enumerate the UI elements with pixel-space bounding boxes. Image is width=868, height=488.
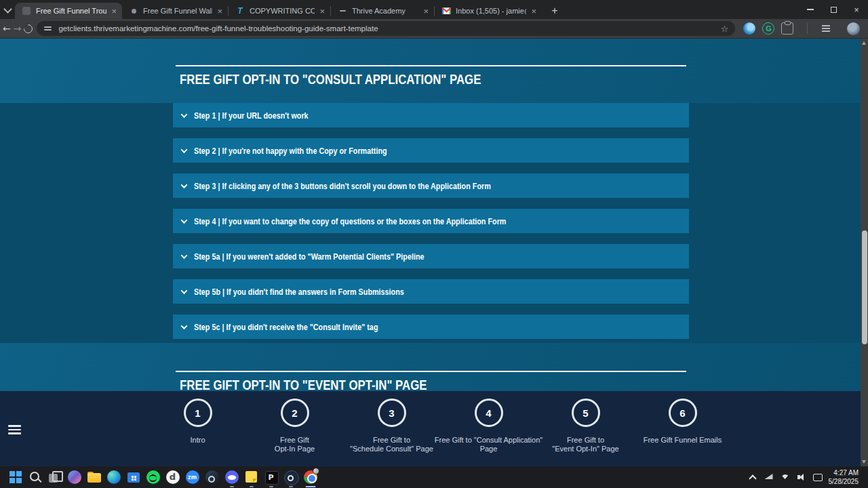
taskbar-apps <box>0 466 320 488</box>
stepper-circle[interactable]: 3 <box>378 399 406 427</box>
monitor-icon[interactable] <box>764 472 774 483</box>
accordion-step-1[interactable]: Step 1 | If your URL doesn't work <box>173 103 689 127</box>
accordion-label: Step 3 | If clicking any of the 3 button… <box>194 181 565 191</box>
thrive-favicon: T <box>235 6 245 16</box>
taskbar-clock[interactable]: 4:27 AM 5/28/2025 <box>829 468 865 486</box>
stepper-circle[interactable]: 6 <box>669 399 697 427</box>
tab-thrive-academy[interactable]: Thrive Academy × <box>331 3 434 19</box>
accordion-step-2[interactable]: Step 2 | If you're not happy with the Co… <box>173 138 689 163</box>
accordion-step-5a[interactable]: Step 5a | If you weren't added to "Warm … <box>173 244 689 268</box>
bookmark-star-icon[interactable]: ☆ <box>721 24 729 34</box>
chevron-down-icon <box>181 182 188 188</box>
paint-app-icon[interactable] <box>261 466 281 488</box>
chrome-icon[interactable] <box>300 466 320 488</box>
url-text[interactable]: getclients.thrivemarketingmachine.com/fr… <box>58 24 715 33</box>
stepper-circle[interactable]: 4 <box>475 399 503 427</box>
spotify-icon[interactable] <box>143 466 163 488</box>
windows-start-icon[interactable] <box>5 466 25 488</box>
tab-close-icon[interactable]: × <box>423 7 429 16</box>
stepper-circle[interactable]: 5 <box>572 399 600 427</box>
hamburger-menu-icon[interactable] <box>8 425 21 434</box>
chevron-down-icon <box>181 287 188 294</box>
tab-troubleshooting[interactable]: Free Gift Funnel Troubleshootin × <box>15 3 122 19</box>
volume-icon[interactable] <box>796 472 807 483</box>
grammarly-extension-icon[interactable]: G <box>762 22 774 35</box>
window-minimize-button[interactable] <box>799 0 822 19</box>
reading-list-icon[interactable] <box>821 22 833 35</box>
reload-button[interactable] <box>24 20 33 37</box>
tray-expand-icon[interactable] <box>747 472 758 483</box>
accordion-panel: Step 1 | If your URL doesn't work Step 2… <box>0 103 868 343</box>
discord-icon[interactable] <box>222 466 241 488</box>
tab-close-icon[interactable]: × <box>531 7 536 16</box>
accordion-label: Step 5a | If you weren't added to "Warm … <box>194 251 481 262</box>
accordion-step-5b[interactable]: Step 5b | If you didn't find the answers… <box>173 279 689 304</box>
gmail-favicon <box>441 6 451 16</box>
forward-button[interactable]: → <box>14 20 22 37</box>
stepper-items: 1 Intro 2 Free GiftOpt-In Page 3 Free Gi… <box>149 399 731 463</box>
page-scrollbar[interactable] <box>861 39 868 466</box>
section-divider-line <box>176 371 686 372</box>
tab-title: Free Gift Funnel Walkthrough D <box>143 7 212 15</box>
chevron-down-icon <box>181 146 188 153</box>
steam-icon[interactable] <box>202 466 222 488</box>
stepper-item-event-optin[interactable]: 5 Free Gift to"Event Opt-In" Page <box>537 399 634 463</box>
chevron-down-icon <box>181 111 188 118</box>
scrollbar-thumb[interactable] <box>862 230 867 344</box>
tab-close-icon[interactable]: × <box>111 7 117 16</box>
stepper-circle[interactable]: 1 <box>184 399 212 427</box>
wifi-icon[interactable] <box>780 472 791 483</box>
task-view-icon[interactable] <box>45 466 64 488</box>
page-content: FREE GIFT OPT-IN TO "CONSULT APPLICATION… <box>0 39 868 466</box>
moon-extension-icon[interactable] <box>743 22 755 35</box>
site-info-icon[interactable] <box>43 24 53 33</box>
zoom-app-icon[interactable] <box>182 466 202 488</box>
chevron-down-icon <box>181 252 188 259</box>
accordion-step-5c[interactable]: Step 5c | If you didn't receive the "Con… <box>173 314 689 339</box>
tab-copywriting[interactable]: T COPYWRITING COACHING | TH × <box>229 3 330 19</box>
accordion-label: Step 4 | If you want to change the copy … <box>194 216 585 226</box>
tab-favicon <box>338 6 347 16</box>
accordion-label: Step 2 | If you're not happy with the Co… <box>194 146 435 156</box>
edge-icon[interactable] <box>104 466 123 488</box>
file-explorer-icon[interactable] <box>84 466 104 488</box>
section-divider-line <box>176 65 686 66</box>
tab-walkthrough[interactable]: Free Gift Funnel Walkthrough D × <box>122 3 228 19</box>
steam-link-icon[interactable] <box>281 466 300 488</box>
tab-search-chevron-icon[interactable] <box>0 0 15 19</box>
profile-avatar[interactable] <box>847 22 860 35</box>
d-app-icon[interactable] <box>163 466 182 488</box>
screen: Free Gift Funnel Troubleshootin × Free G… <box>0 0 868 488</box>
browser-toolbar: ← → getclients.thrivemarketingmachine.co… <box>0 19 868 39</box>
tab-title: Free Gift Funnel Troubleshootin <box>36 7 106 15</box>
window-close-button[interactable]: × <box>845 0 868 19</box>
accordion-step-4[interactable]: Step 4 | If you want to change the copy … <box>173 209 689 233</box>
window-maximize-button[interactable] <box>822 0 845 19</box>
chevron-down-icon <box>181 217 188 224</box>
widgets-icon[interactable] <box>64 466 84 488</box>
sticky-notes-icon[interactable] <box>241 466 261 488</box>
back-button[interactable]: ← <box>3 20 11 37</box>
tab-close-icon[interactable]: × <box>319 7 325 16</box>
clipboard-extension-icon[interactable] <box>781 22 793 35</box>
scroll-up-arrow-icon[interactable] <box>862 41 866 45</box>
stepper-label: Free Gift Funnel Emails <box>618 436 748 445</box>
search-icon[interactable] <box>25 466 45 488</box>
scroll-down-arrow-icon[interactable] <box>862 460 866 464</box>
clock-date: 5/28/2025 <box>829 477 859 486</box>
ime-icon[interactable] <box>812 472 823 483</box>
new-tab-button[interactable]: + <box>546 3 564 19</box>
section-title: FREE GIFT OPT-IN TO "CONSULT APPLICATION… <box>180 71 556 87</box>
system-tray: 4:27 AM 5/28/2025 <box>747 468 868 486</box>
address-bar[interactable]: getclients.thrivemarketingmachine.com/fr… <box>37 21 735 36</box>
microsoft-store-icon[interactable] <box>123 466 143 488</box>
tab-gmail-inbox[interactable]: Inbox (1,505) - jamie@thrive-a × <box>435 3 542 19</box>
window-controls: × <box>799 0 868 19</box>
stepper-item-funnel-emails[interactable]: 6 Free Gift Funnel Emails <box>634 399 731 463</box>
accordion-step-3[interactable]: Step 3 | If clicking any of the 3 button… <box>173 174 689 198</box>
clock-time: 4:27 AM <box>833 468 859 477</box>
extensions-row: G <box>743 22 868 35</box>
windows-taskbar: 4:27 AM 5/28/2025 <box>0 466 868 488</box>
stepper-circle[interactable]: 2 <box>281 399 309 427</box>
tab-close-icon[interactable]: × <box>217 7 222 16</box>
